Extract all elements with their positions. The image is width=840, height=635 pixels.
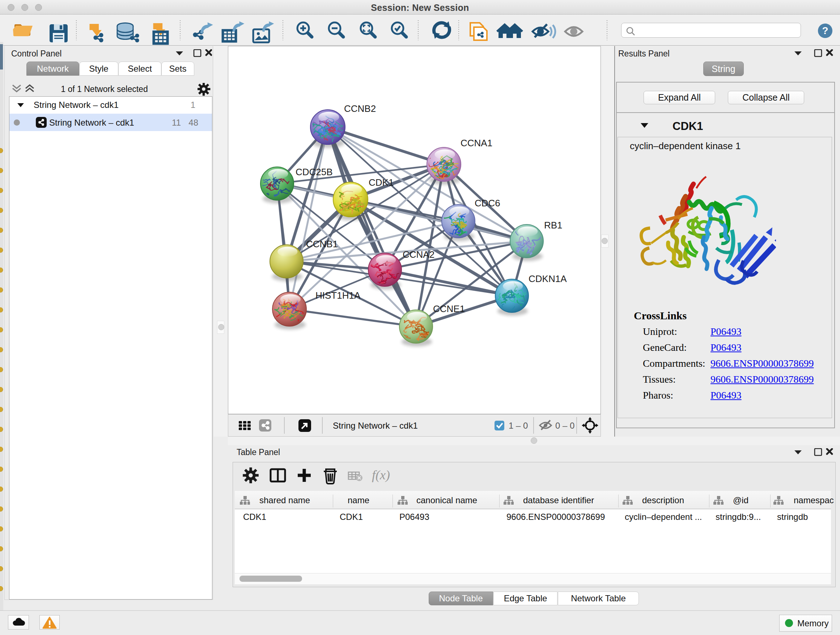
svg-text:RB1: RB1 <box>544 220 562 231</box>
svg-text:CCNE1: CCNE1 <box>433 303 465 314</box>
svg-text:CCNA2: CCNA2 <box>403 249 434 260</box>
svg-text:1 – 0: 1 – 0 <box>508 421 528 431</box>
svg-text:CDK1: CDK1 <box>369 177 393 188</box>
svg-text:CDC25B: CDC25B <box>295 166 333 177</box>
svg-text:CCNB1: CCNB1 <box>306 239 338 249</box>
svg-text:CCNA1: CCNA1 <box>461 138 493 149</box>
svg-text:f(x): f(x) <box>372 468 390 482</box>
svg-text:String Network – cdk1: String Network – cdk1 <box>333 421 418 431</box>
svg-text:0 – 0: 0 – 0 <box>555 421 575 431</box>
svg-text:CDC6: CDC6 <box>475 198 500 209</box>
svg-text:HIST1H1A: HIST1H1A <box>316 290 361 301</box>
svg-text:CCNB2: CCNB2 <box>344 103 376 114</box>
svg-text:CDKN1A: CDKN1A <box>529 273 567 284</box>
